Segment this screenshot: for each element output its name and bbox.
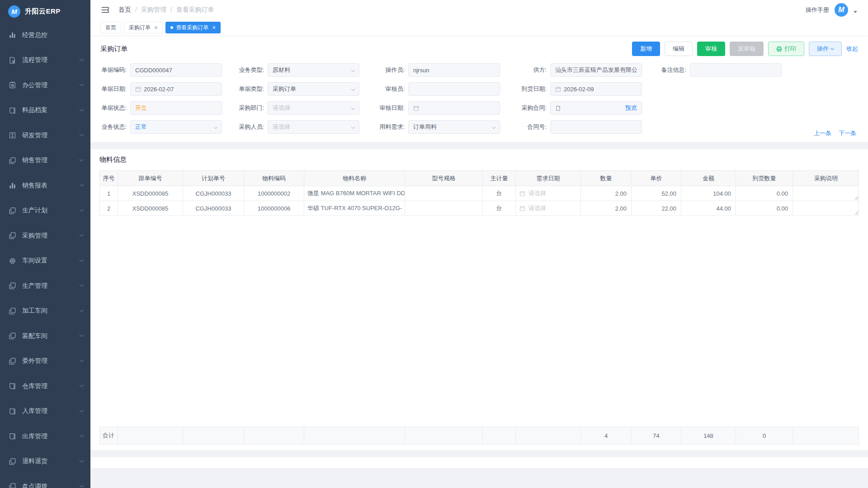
summary-value: 148 <box>681 427 736 444</box>
app-logo[interactable]: M 升阳云ERP <box>0 0 90 23</box>
book-icon <box>9 107 17 114</box>
sidebar-item-rd-mgmt[interactable]: 研发管理 <box>0 123 90 148</box>
auditor-input[interactable] <box>408 82 500 96</box>
summary-empty-cell <box>483 427 516 444</box>
sidebar-item-warehouse-mgmt[interactable]: 仓库管理 <box>0 374 90 399</box>
cell-seq: 2 <box>100 201 118 216</box>
sidebar-item-material-archive[interactable]: 料品档案 <box>0 98 90 123</box>
collapse-link[interactable]: 收起 <box>846 45 858 53</box>
sidebar-item-inbound-mgmt[interactable]: 入库管理 <box>0 399 90 424</box>
field-label: 单据编码: <box>100 63 130 77</box>
purchase-note-textarea[interactable] <box>793 186 859 201</box>
summary-empty-cell <box>183 427 244 444</box>
sidebar-item-sales-mgmt[interactable]: 销售管理 <box>0 148 90 174</box>
sidebar-item-process-workshop[interactable]: 加工车间 <box>0 299 90 324</box>
cell-spec <box>405 201 483 216</box>
breadcrumb-purchase[interactable]: 采购管理 <box>141 6 166 14</box>
sidebar-menu: 经营总控流程管理办公管理料品档案研发管理销售管理销售报表生产计划采购管理车间设置… <box>0 23 90 488</box>
field-label: 审核员: <box>359 82 408 96</box>
materials-table: 序号跟单编号计划单号物料编码物料名称型号规格主计量需求日期数量单价金额到货数量采… <box>99 170 859 445</box>
column-header: 主计量 <box>483 171 516 186</box>
field-label: 单据日期: <box>100 82 130 96</box>
sidebar-item-office-mgmt[interactable]: 办公管理 <box>0 73 90 98</box>
chevron-down-icon <box>351 68 355 72</box>
tab-purchase-order[interactable]: 采购订单× <box>124 22 163 33</box>
avatar[interactable]: M <box>835 3 848 17</box>
manual-link[interactable]: 操作手册 <box>806 6 829 14</box>
cell-plan-no: CGJH000033 <box>183 201 244 216</box>
doc-code-input[interactable]: CGDD000047 <box>130 63 222 77</box>
column-header: 采购说明 <box>793 171 859 186</box>
doc-type-select[interactable]: 采购订单 <box>268 82 359 96</box>
operator-input[interactable]: njrsun <box>408 63 500 77</box>
sidebar: M 升阳云ERP 经营总控流程管理办公管理料品档案研发管理销售管理销售报表生产计… <box>0 0 90 488</box>
field-label: 备注信息: <box>642 63 690 77</box>
biz-type-select[interactable]: 原材料 <box>268 63 359 77</box>
tab-home[interactable]: 首页 <box>100 22 121 33</box>
print-button[interactable]: 打印 <box>768 42 804 56</box>
breadcrumb-home[interactable]: 首页 <box>118 6 131 14</box>
sidebar-item-production-plan[interactable]: 生产计划 <box>0 198 90 224</box>
arrival-date-picker[interactable]: 2026-02-09 <box>550 82 642 96</box>
action-dropdown-button[interactable]: 操作 <box>809 42 842 56</box>
user-dropdown-caret-icon[interactable] <box>854 11 857 13</box>
supplier-input[interactable]: 汕头市三辰蓝猫产品发展有限公 <box>550 63 642 77</box>
close-icon[interactable]: × <box>212 24 216 31</box>
calendar-icon <box>519 206 525 211</box>
copy-icon <box>9 483 17 488</box>
material-demand-select[interactable]: 订单用料 <box>408 120 500 134</box>
sidebar-item-stocktake-transfer[interactable]: 盘点调拨 <box>0 474 90 488</box>
purchaser-select[interactable]: 请选择 <box>268 120 359 134</box>
sidebar-item-biz-overview[interactable]: 经营总控 <box>0 23 90 48</box>
sidebar-item-label: 经营总控 <box>22 31 47 39</box>
copy-icon <box>9 157 17 164</box>
demand-date-picker[interactable]: 请选择 <box>516 201 581 216</box>
demand-date-picker[interactable]: 请选择 <box>516 186 581 201</box>
calendar-icon <box>135 86 141 92</box>
copy-icon <box>9 357 17 365</box>
sidebar-item-outsource-mgmt[interactable]: 委外管理 <box>0 349 90 374</box>
column-header: 金额 <box>681 171 736 186</box>
sidebar-item-label: 车间设置 <box>22 257 47 265</box>
audit-date-picker[interactable] <box>408 101 500 115</box>
sidebar-item-outbound-mgmt[interactable]: 出库管理 <box>0 424 90 449</box>
sidebar-item-label: 生产管理 <box>22 282 47 290</box>
remark-input[interactable] <box>690 63 782 77</box>
sidebar-item-production-mgmt[interactable]: 生产管理 <box>0 273 90 299</box>
cell-arrived: 0.00 <box>736 186 793 201</box>
cell-qty: 2.00 <box>581 201 632 216</box>
audit-button[interactable]: 审核 <box>697 42 725 56</box>
sidebar-item-assembly-workshop[interactable]: 装配车间 <box>0 324 90 349</box>
add-button[interactable]: 新增 <box>632 42 660 56</box>
next-record-link[interactable]: 下一条 <box>839 129 856 137</box>
sidebar-item-purchase-mgmt[interactable]: 采购管理 <box>0 223 90 249</box>
sidebar-item-workshop-setting[interactable]: 车间设置 <box>0 249 90 274</box>
sidebar-item-label: 流程管理 <box>22 56 47 64</box>
prev-record-link[interactable]: 上一条 <box>814 129 831 137</box>
sidebar-item-label: 出库管理 <box>22 432 47 441</box>
sidebar-item-flow-mgmt[interactable]: 流程管理 <box>0 48 90 73</box>
sidebar-item-label: 加工车间 <box>22 307 47 315</box>
doc-status-input: 开立 <box>130 101 222 115</box>
sidebar-item-sales-report[interactable]: 销售报表 <box>0 173 90 198</box>
box-i-icon <box>9 131 17 139</box>
column-header: 计划单号 <box>183 171 244 186</box>
calendar-icon <box>555 86 561 92</box>
chevron-down-icon <box>80 207 84 211</box>
chevron-down-icon <box>80 357 84 362</box>
tab-view-purchase-order[interactable]: 查看采购订单× <box>165 22 221 33</box>
purchase-dept-select[interactable]: 请选择 <box>268 101 359 115</box>
menu-fold-icon[interactable] <box>101 6 109 14</box>
biz-status-select[interactable]: 正常 <box>130 120 222 134</box>
sidebar-item-return-mgmt[interactable]: 退料退货 <box>0 449 90 474</box>
contract-no-input[interactable] <box>550 120 642 134</box>
close-icon[interactable]: × <box>154 24 158 31</box>
contract-preview-link[interactable]: 预览 <box>625 104 637 112</box>
purchase-note-textarea[interactable] <box>793 201 859 216</box>
cell-order-no: XSDD000085 <box>118 186 183 201</box>
doc-date-picker[interactable]: 2026-02-07 <box>130 82 222 96</box>
edit-button[interactable]: 编辑 <box>665 42 693 56</box>
placeholder-text: 请选择 <box>528 189 546 197</box>
tab-label: 查看采购订单 <box>176 24 208 32</box>
field-label: 操作员: <box>359 63 408 77</box>
